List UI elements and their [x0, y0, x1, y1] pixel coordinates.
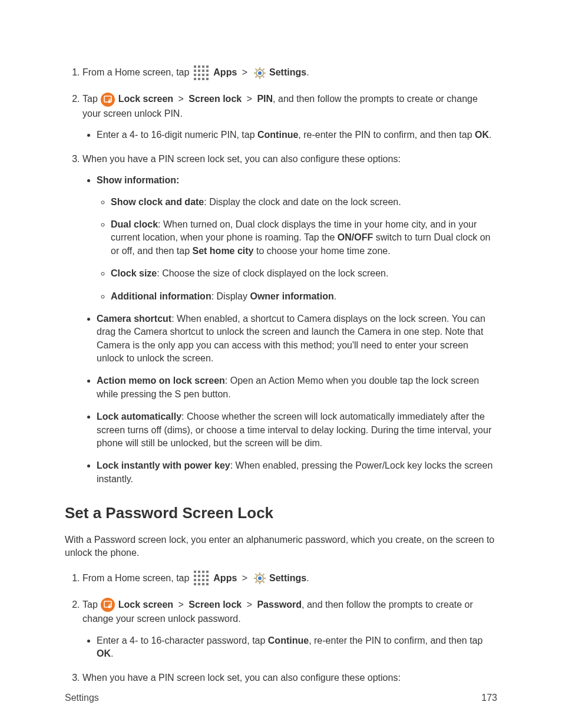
tap-text: Tap: [82, 94, 98, 104]
separator-gt: >: [247, 599, 252, 610]
lock-screen-label: Lock screen: [118, 94, 173, 104]
period: .: [111, 648, 113, 658]
clock-size-label: Clock size: [111, 268, 157, 278]
svg-line-7: [263, 76, 264, 77]
svg-line-21: [263, 574, 264, 575]
step3-intro: When you have a PIN screen lock set, you…: [82, 154, 401, 164]
pin-label: PIN: [257, 94, 273, 104]
onoff-label: ON/OFF: [338, 232, 373, 242]
additional-label: Additional information: [111, 291, 211, 301]
enter-password-item: Enter a 4- to 16-character password, tap…: [97, 634, 497, 661]
show-information-item: Show information: Show clock and date: D…: [97, 174, 497, 303]
svg-point-14: [258, 577, 262, 580]
step-1-password: From a Home screen, tap Apps >: [82, 570, 497, 587]
page-footer: Settings 173: [65, 691, 497, 704]
footer-page-number: 173: [481, 691, 497, 704]
footer-section-label: Settings: [65, 691, 99, 704]
additional-pre: : Display: [211, 291, 250, 301]
svg-rect-12: [108, 100, 111, 103]
clock-date-text: : Display the clock and date on the lock…: [204, 197, 401, 207]
period: .: [306, 67, 309, 77]
action-label: Action memo on lock screen: [97, 375, 225, 386]
step2-password-sublist: Enter a 4- to 16-character password, tap…: [82, 634, 497, 661]
step2-sublist: Enter a 4- to 16-digit numeric PIN, tap …: [82, 129, 497, 141]
show-info-label: Show information:: [97, 175, 179, 185]
step-2-password: Tap Lock screen > Screen lock > Password…: [82, 597, 497, 660]
settings-gear-icon: [253, 66, 267, 80]
enter-pin-item: Enter a 4- to 16-digit numeric PIN, tap …: [97, 129, 497, 141]
camera-label: Camera shortcut: [97, 314, 171, 324]
lock-instantly-item: Lock instantly with power key: When enab…: [97, 459, 497, 486]
step-1: From a Home screen, tap Apps >: [82, 65, 497, 81]
settings-gear-icon: [253, 571, 267, 585]
document-page: From a Home screen, tap Apps >: [0, 0, 562, 728]
dual-clock-tail: to choose your home time zone.: [254, 246, 391, 256]
step3-password-intro: When you have a PIN screen lock set, you…: [82, 673, 401, 683]
password-label: Password: [257, 599, 302, 610]
screen-lock-label: Screen lock: [189, 94, 242, 104]
apps-label: Apps: [213, 573, 237, 583]
step1-text: From a Home screen, tap: [82, 573, 189, 583]
pin-steps-list: From a Home screen, tap Apps >: [65, 65, 497, 486]
separator-gt: >: [242, 67, 247, 77]
settings-label: Settings: [269, 67, 306, 77]
svg-point-23: [101, 598, 115, 612]
svg-rect-25: [108, 605, 111, 608]
lock-screen-label: Lock screen: [118, 599, 173, 610]
apps-grid-icon: [193, 570, 210, 587]
set-home-city-label: Set home city: [192, 246, 253, 256]
separator-gt: >: [178, 94, 184, 104]
step-3-password: When you have a PIN screen lock set, you…: [82, 671, 497, 684]
clock-size-text: : Choose the size of clock displayed on …: [157, 268, 388, 278]
separator-gt: >: [242, 573, 247, 583]
lock-automatically-item: Lock automatically: Choose whether the s…: [97, 410, 497, 450]
enter-pre: Enter a 4- to 16-character password, tap: [97, 635, 268, 645]
ok-label: OK: [475, 130, 489, 140]
lock-screen-icon: [100, 597, 115, 612]
svg-point-10: [101, 93, 115, 107]
enter-mid: , re-enter the PIN to confirm, and then …: [298, 130, 475, 140]
period: .: [306, 573, 309, 583]
lock-instant-label: Lock instantly with power key: [97, 460, 230, 470]
password-intro-paragraph: With a Password screen lock, you enter a…: [65, 533, 497, 560]
dual-clock-label: Dual clock: [111, 219, 158, 229]
action-memo-item: Action memo on lock screen: Open an Acti…: [97, 374, 497, 401]
continue-label: Continue: [257, 130, 298, 140]
step1-text: From a Home screen, tap: [82, 67, 189, 77]
clock-date-label: Show clock and date: [111, 197, 204, 207]
separator-gt: >: [178, 599, 184, 610]
svg-line-8: [263, 69, 264, 70]
owner-information-label: Owner information: [250, 291, 333, 301]
additional-tail: .: [334, 291, 336, 301]
dual-clock-item: Dual clock: When turned on, Dual clock d…: [111, 218, 497, 258]
apps-label: Apps: [213, 67, 237, 77]
clock-size-item: Clock size: Choose the size of clock dis…: [111, 267, 497, 280]
lock-screen-icon: [100, 92, 115, 107]
svg-line-20: [263, 582, 264, 583]
svg-line-6: [255, 69, 256, 70]
svg-point-1: [258, 71, 262, 75]
tap-text: Tap: [82, 599, 98, 610]
password-steps-list: From a Home screen, tap Apps >: [65, 570, 497, 684]
svg-line-19: [255, 574, 256, 575]
separator-gt: >: [247, 94, 252, 104]
lock-auto-label: Lock automatically: [97, 411, 181, 421]
apps-grid-icon: [193, 65, 210, 81]
additional-info-item: Additional information: Display Owner in…: [111, 290, 497, 303]
svg-line-9: [255, 76, 256, 77]
step3-sublist: Show information: Show clock and date: D…: [82, 174, 497, 486]
ok-label: OK: [97, 648, 111, 658]
section-heading-password: Set a Password Screen Lock: [65, 502, 497, 523]
settings-label: Settings: [269, 573, 306, 583]
screen-lock-label: Screen lock: [189, 599, 242, 610]
show-clock-date-item: Show clock and date: Display the clock a…: [111, 196, 497, 209]
camera-shortcut-item: Camera shortcut: When enabled, a shortcu…: [97, 312, 497, 365]
svg-line-22: [255, 582, 256, 583]
show-info-sublist: Show clock and date: Display the clock a…: [97, 196, 497, 303]
step-2-pin: Tap Lock screen > Screen lock > PIN, and…: [82, 92, 497, 142]
enter-pre: Enter a 4- to 16-digit numeric PIN, tap: [97, 130, 257, 140]
enter-mid: , re-enter the PIN to confirm, and then …: [309, 635, 482, 645]
continue-label: Continue: [268, 635, 309, 645]
period: .: [489, 130, 491, 140]
step-3-pin: When you have a PIN screen lock set, you…: [82, 153, 497, 486]
